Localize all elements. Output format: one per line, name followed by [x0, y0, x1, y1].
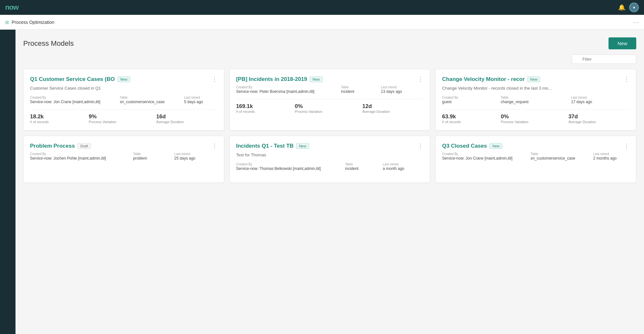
table-label: Table: [133, 152, 169, 156]
card-header: Change Velocity Monitor - recor New ⋮: [442, 76, 629, 83]
card-menu-icon[interactable]: ⋮: [418, 76, 423, 83]
created-by-label: Created By: [236, 162, 340, 166]
filter-input[interactable]: [572, 54, 636, 64]
card-menu-icon[interactable]: ⋮: [418, 142, 423, 150]
card-title: Q1 Customer Service Cases (BO: [30, 76, 115, 83]
last-mined-value: 17 days ago: [571, 99, 629, 105]
table-section: Table change_request: [501, 96, 566, 105]
stat-records: 63.9k # of records: [442, 113, 494, 124]
table-value: incident: [341, 89, 376, 94]
table-label: Table: [120, 96, 179, 99]
process-model-card[interactable]: Change Velocity Monitor - recor New ⋮ Ch…: [435, 69, 636, 131]
card-header: Problem Process Draft ⋮: [30, 142, 217, 150]
card-meta: Created By guest Table change_request La…: [442, 96, 629, 105]
process-model-card[interactable]: [PB] Incidents in 2018-2019 New ⋮ Create…: [229, 69, 430, 131]
last-mined-label: Last mined: [593, 152, 629, 156]
filter-row: 🔍: [23, 54, 636, 64]
table-value: change_request: [501, 99, 566, 105]
card-header: Q3 Closed Cases New ⋮: [442, 142, 629, 150]
card-header: [PB] Incidents in 2018-2019 New ⋮: [236, 76, 424, 83]
card-title-wrap: Change Velocity Monitor - recor New: [442, 76, 624, 83]
stat-records-value: 169.1k: [236, 103, 288, 110]
card-meta: Created By Service-now: Jochen Pohle [ma…: [30, 152, 217, 161]
second-nav: ⊞ Process Optimization ⋯: [0, 15, 644, 30]
last-mined-section: Last mined a month ago: [383, 162, 423, 172]
stat-records-label: # of records: [442, 120, 494, 124]
more-options-icon[interactable]: ⋯: [633, 19, 639, 26]
last-mined-section: Last mined 2 months ago: [593, 152, 629, 161]
card-badge: New: [527, 76, 540, 82]
card-meta: Created By Service-now: Jon Crane [maint…: [30, 96, 217, 105]
created-by-value: Service-now: Thomas Belkowski [maint,adm…: [236, 166, 340, 172]
last-mined-section: Last mined 5 days ago: [184, 96, 217, 105]
stat-variation-label: Process Variation: [501, 120, 562, 124]
last-mined-section: Last mined 25 days ago: [174, 152, 217, 161]
table-label: Table: [341, 85, 376, 89]
table-value: incident: [345, 166, 378, 172]
process-model-card[interactable]: Incidents Q1 - Test TB New ⋮ Test for Th…: [229, 136, 430, 183]
table-section: Table sn_customerservice_case: [530, 152, 588, 161]
stat-records-value: 18.2k: [30, 113, 82, 120]
card-title-wrap: Q1 Customer Service Cases (BO New: [30, 76, 212, 83]
card-stats: 63.9k # of records 0% Process Variation …: [442, 113, 629, 124]
stat-variation-value: 9%: [89, 113, 150, 120]
stat-records: 18.2k # of records: [30, 113, 82, 124]
created-by-value: Service-now: Jon Crane [maint,admin,itil…: [442, 156, 525, 161]
created-by-label: Created By: [30, 96, 115, 99]
card-header: Q1 Customer Service Cases (BO New ⋮: [30, 76, 217, 83]
card-badge: New: [310, 76, 323, 82]
created-by-section: Created By Service-now: Peter Boersma [m…: [236, 85, 336, 94]
card-meta: Created By Service-now: Jon Crane [maint…: [442, 152, 629, 161]
last-mined-label: Last mined: [381, 85, 424, 89]
top-nav-right: 🔔 ▾: [618, 3, 639, 12]
main-content: Process Models New 🔍 Q1 Customer Service…: [15, 30, 644, 334]
stat-variation-value: 0%: [501, 113, 562, 120]
created-by-value: Service-now: Jon Crane [maint,admin,itil…: [30, 99, 115, 105]
table-label: Table: [345, 162, 378, 166]
card-stats: 169.1k # of records 0% Process Variation…: [236, 103, 424, 113]
filter-wrap: 🔍: [572, 54, 636, 64]
card-description: Customer Service Cases closed in Q1: [30, 85, 217, 91]
card-badge: New: [296, 143, 309, 149]
card-menu-icon[interactable]: ⋮: [624, 142, 629, 150]
table-section: Table problem: [133, 152, 169, 161]
last-mined-value: 25 days ago: [174, 156, 217, 161]
created-by-section: Created By Service-now: Jochen Pohle [ma…: [30, 152, 128, 161]
stat-duration: 16d Average Duration: [156, 113, 217, 124]
module-icon: ⊞: [5, 20, 9, 25]
card-menu-icon[interactable]: ⋮: [212, 142, 217, 150]
created-by-section: Created By Service-now: Jon Crane [maint…: [442, 152, 525, 161]
stat-variation-label: Process Variation: [89, 120, 150, 124]
stat-duration-value: 12d: [362, 103, 423, 110]
last-mined-section: Last mined 13 days ago: [381, 85, 424, 94]
left-sidebar: ☰: [0, 15, 15, 334]
stat-duration: 37d Average Duration: [569, 113, 629, 124]
card-title: Change Velocity Monitor - recor: [442, 76, 525, 83]
process-model-card[interactable]: Q1 Customer Service Cases (BO New ⋮ Cust…: [23, 69, 224, 131]
created-by-section: Created By Service-now: Thomas Belkowski…: [236, 162, 340, 172]
last-mined-value: 2 months ago: [593, 156, 629, 161]
card-stats: 18.2k # of records 9% Process Variation …: [30, 113, 217, 124]
user-avatar[interactable]: ▾: [629, 3, 639, 12]
card-title: Problem Process: [30, 142, 75, 150]
stat-records-label: # of records: [30, 120, 82, 124]
bell-icon[interactable]: 🔔: [618, 4, 625, 11]
stat-duration: 12d Average Duration: [362, 103, 423, 113]
stat-duration-label: Average Duration: [156, 120, 217, 124]
top-nav: now 🔔 ▾: [0, 0, 644, 15]
card-menu-icon[interactable]: ⋮: [624, 76, 629, 83]
new-button[interactable]: New: [609, 37, 636, 49]
process-model-card[interactable]: Q3 Closed Cases New ⋮ Created By Service…: [435, 136, 636, 183]
card-description: Change Velocity Monitor - records closed…: [442, 85, 629, 91]
table-value: sn_customerservice_case: [530, 156, 588, 161]
process-model-card[interactable]: Problem Process Draft ⋮ Created By Servi…: [23, 136, 224, 183]
table-value: problem: [133, 156, 169, 161]
last-mined-label: Last mined: [174, 152, 217, 156]
created-by-label: Created By: [236, 85, 336, 89]
card-menu-icon[interactable]: ⋮: [212, 76, 217, 83]
stat-variation: 0% Process Variation: [295, 103, 356, 113]
card-title-wrap: Q3 Closed Cases New: [442, 142, 624, 150]
stat-variation-label: Process Variation: [295, 110, 356, 113]
stat-records: 169.1k # of records: [236, 103, 288, 113]
second-nav-title: Process Optimization: [12, 20, 54, 25]
